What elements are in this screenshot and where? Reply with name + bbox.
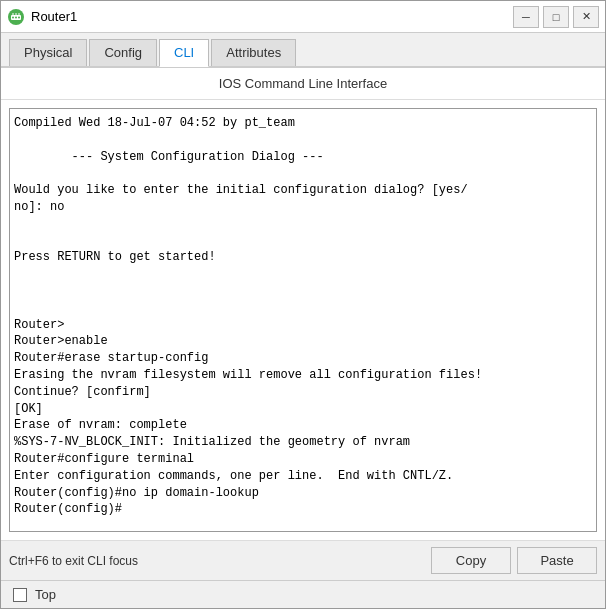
svg-point-4 — [18, 16, 20, 18]
cli-section-title: IOS Command Line Interface — [1, 68, 605, 100]
router-icon — [7, 8, 25, 26]
button-group: Copy Paste — [431, 547, 597, 574]
content-area: IOS Command Line Interface Compiled Wed … — [1, 67, 605, 580]
copy-button[interactable]: Copy — [431, 547, 511, 574]
window-title: Router1 — [31, 9, 77, 24]
tab-cli[interactable]: CLI — [159, 39, 209, 67]
svg-point-2 — [12, 16, 14, 18]
tab-physical[interactable]: Physical — [9, 39, 87, 66]
cli-terminal-wrapper: Compiled Wed 18-Jul-07 04:52 by pt_team … — [9, 108, 597, 532]
cli-terminal[interactable]: Compiled Wed 18-Jul-07 04:52 by pt_team … — [10, 109, 596, 531]
title-bar: Router1 ─ □ ✕ — [1, 1, 605, 33]
maximize-button[interactable]: □ — [543, 6, 569, 28]
title-bar-left: Router1 — [7, 8, 77, 26]
main-window: Router1 ─ □ ✕ Physical Config CLI Attrib… — [0, 0, 606, 609]
minimize-button[interactable]: ─ — [513, 6, 539, 28]
tab-bar: Physical Config CLI Attributes — [1, 33, 605, 67]
top-label: Top — [35, 587, 56, 602]
paste-button[interactable]: Paste — [517, 547, 597, 574]
bottom-controls: Ctrl+F6 to exit CLI focus Copy Paste — [1, 540, 605, 580]
tab-config[interactable]: Config — [89, 39, 157, 66]
close-button[interactable]: ✕ — [573, 6, 599, 28]
title-controls: ─ □ ✕ — [513, 6, 599, 28]
svg-point-3 — [15, 16, 17, 18]
tab-attributes[interactable]: Attributes — [211, 39, 296, 66]
footer-bar: Top — [1, 580, 605, 608]
top-checkbox[interactable] — [13, 588, 27, 602]
ctrl-hint: Ctrl+F6 to exit CLI focus — [9, 554, 138, 568]
